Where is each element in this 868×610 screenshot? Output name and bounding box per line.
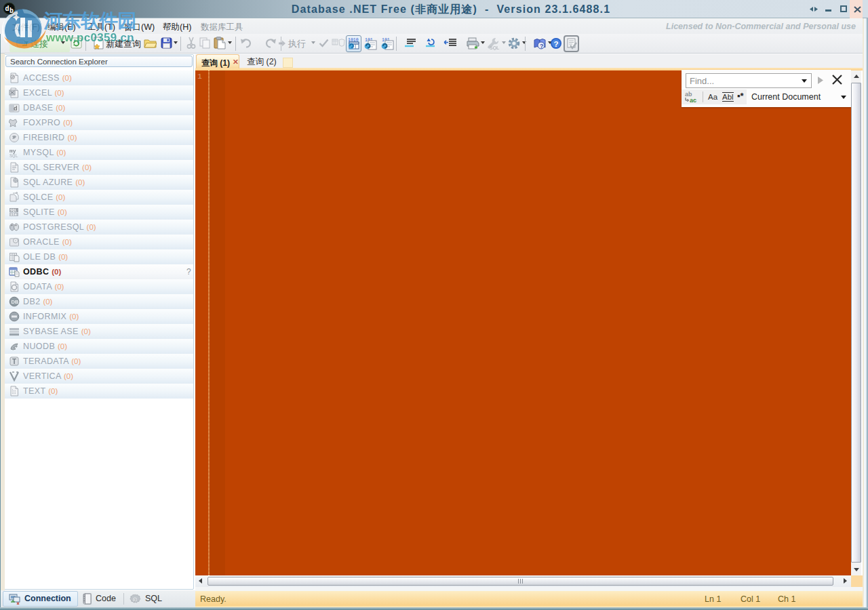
svg-text:ac: ac — [690, 97, 696, 104]
svg-text:DB: DB — [12, 299, 19, 305]
svg-text:b: b — [9, 7, 14, 15]
svg-text:SQL: SQL — [9, 153, 18, 158]
svg-text:SQL: SQL — [490, 45, 500, 50]
svg-text:d: d — [14, 105, 18, 112]
svg-text:?: ? — [540, 43, 544, 49]
svg-text:?: ? — [134, 598, 136, 603]
svg-text:ite: ite — [10, 212, 18, 217]
svg-text:?: ? — [554, 40, 559, 48]
svg-text:d: d — [5, 5, 9, 13]
svg-text:T: T — [12, 358, 16, 365]
